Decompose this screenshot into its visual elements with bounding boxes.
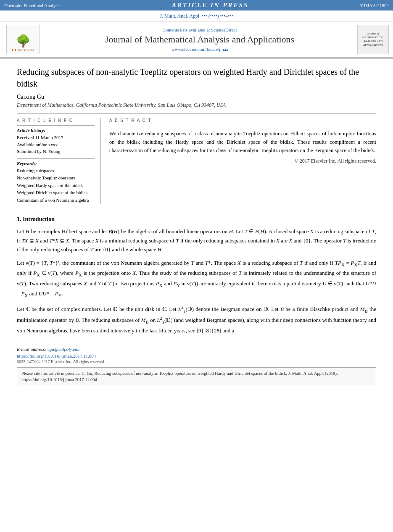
issn-line: 0022-247X/© 2017 Elsevier Inc. All right… xyxy=(17,359,376,364)
yjmaa-id: YJMAA:21802 xyxy=(360,3,389,8)
contents-text: Contents lists available at xyxy=(162,27,210,32)
contents-available: Contents lists available at ScienceDirec… xyxy=(46,27,353,32)
info-abstract-section: A R T I C L E I N F O Article history: R… xyxy=(17,113,376,204)
history-title: Article history: xyxy=(17,128,95,133)
history-group: Article history: Received 11 March 2017 … xyxy=(17,125,95,155)
email-label: E-mail address: xyxy=(17,347,46,352)
keyword-3: Weighted Hardy space of the bidisk xyxy=(17,182,95,190)
elsevier-logo-area: 🌳 ELSEVIER xyxy=(4,25,42,54)
received-date: Received 11 March 2017 xyxy=(17,134,95,141)
sciencedirect-link[interactable]: ScienceDirect xyxy=(211,27,237,32)
submitted-by: Submitted by N. Young xyxy=(17,148,95,155)
email-line: E-mail address: cgu@calpoly.edu. xyxy=(17,347,376,352)
section-separator xyxy=(17,210,376,210)
footnote-area: E-mail address: cgu@calpoly.edu. https:/… xyxy=(17,344,376,387)
doi-line[interactable]: https://doi.org/10.1016/j.jmaa.2017.11.0… xyxy=(17,353,376,358)
keyword-4: Weighted Dirichlet space of the bidisk xyxy=(17,189,95,197)
section1-heading: 1. Introduction xyxy=(17,216,376,223)
doctopic-label: Doctopic: Functional Analysis xyxy=(4,3,61,8)
keyword-2: Non-analytic Toeplitz operators xyxy=(17,174,95,182)
journal-ref-text: J. Math. Anal. Appl. ••• (••••) •••–••• xyxy=(160,13,233,19)
elsevier-label: ELSEVIER xyxy=(12,48,34,52)
paragraph-1: Let H be a complex Hilbert space and let… xyxy=(17,227,376,254)
available-online: Available online xxxx xyxy=(17,141,95,148)
keywords-title: Keywords: xyxy=(17,161,95,166)
author-name: Caixing Gu xyxy=(17,94,376,100)
abstract-text: We characterize reducing subspaces of a … xyxy=(109,129,376,155)
journal-thumbnail: Journal of MATHEMATICAL ANALYSIS AND APP… xyxy=(357,25,389,54)
paragraph-3: Let ℂ be the set of complex numbers. Let… xyxy=(17,304,376,335)
journal-logo-text: Journal of MATHEMATICAL ANALYSIS AND APP… xyxy=(359,32,387,47)
citation-box: Please cite this article in press as: C.… xyxy=(17,367,376,387)
author-affiliation: Department of Mathematics, California Po… xyxy=(17,102,376,108)
journal-header: 🌳 ELSEVIER Contents lists available at S… xyxy=(0,21,393,58)
journal-center: Contents lists available at ScienceDirec… xyxy=(46,27,353,52)
keyword-5: Commutant of a von Neumann algebra xyxy=(17,197,95,204)
paragraph-2: Let ν(T) = {T, T*}′, the commutant of th… xyxy=(17,258,376,300)
journal-url[interactable]: www.elsevier.com/locate/jmaa xyxy=(46,47,353,52)
elsevier-box: 🌳 ELSEVIER xyxy=(6,25,40,54)
email-address[interactable]: cgu@calpoly.edu xyxy=(47,347,79,352)
journal-title: Journal of Mathematical Analysis and App… xyxy=(46,34,353,45)
journal-reference: J. Math. Anal. Appl. ••• (••••) •••–••• xyxy=(0,11,393,21)
article-info-panel: A R T I C L E I N F O Article history: R… xyxy=(17,118,101,204)
elsevier-tree-icon: 🌳 xyxy=(16,35,31,47)
abstract-label: A B S T R A C T xyxy=(109,118,376,123)
article-in-press-label: ARTICLE IN PRESS xyxy=(172,2,248,9)
keyword-1: Reducing subspaces xyxy=(17,167,95,175)
copyright-line: © 2017 Elsevier Inc. All rights reserved… xyxy=(109,158,376,164)
article-title: Reducing subspaces of non-analytic Toepl… xyxy=(17,66,376,90)
abstract-panel: A B S T R A C T We characterize reducing… xyxy=(109,118,376,204)
keywords-group: Keywords: Reducing subspaces Non-analyti… xyxy=(17,158,95,204)
main-content: Reducing subspaces of non-analytic Toepl… xyxy=(0,58,393,390)
article-info-label: A R T I C L E I N F O xyxy=(17,118,95,123)
citation-label: Please cite this article in press as: xyxy=(21,371,81,376)
top-bar: Doctopic: Functional Analysis ARTICLE IN… xyxy=(0,0,393,11)
